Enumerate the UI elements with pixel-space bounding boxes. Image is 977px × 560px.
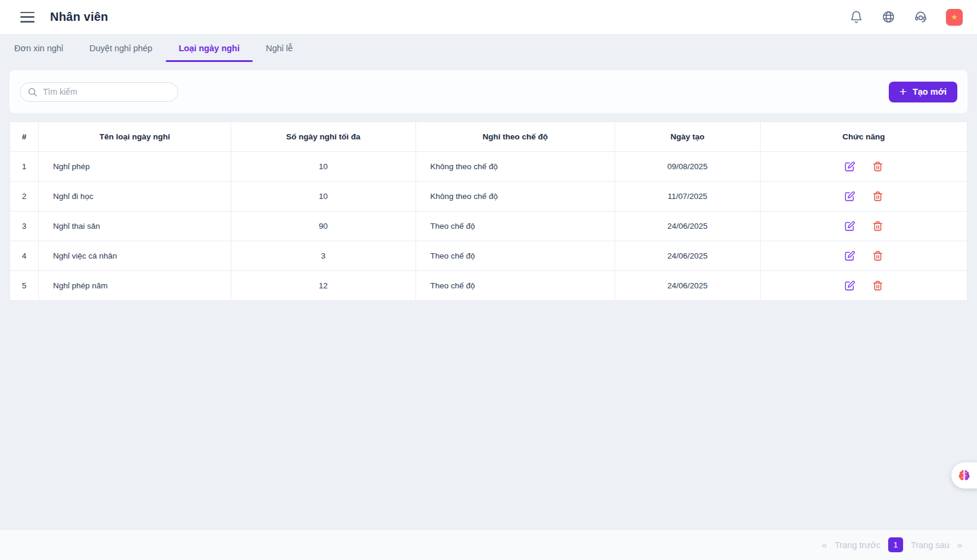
cell-name: Nghỉ việc cá nhân: [39, 241, 231, 271]
brain-icon: [956, 468, 972, 484]
cell-created: 24/06/2025: [615, 211, 760, 241]
leave-types-table: # Tên loại ngày nghỉ Số ngày nghỉ tối đa…: [10, 122, 967, 301]
notification-bell-icon[interactable]: [849, 10, 863, 24]
cell-name: Nghỉ đi học: [39, 182, 231, 211]
cell-index: 1: [10, 152, 39, 182]
cell-index: 3: [10, 211, 39, 241]
table-row: 4 Nghỉ việc cá nhân 3 Theo chế độ 24/06/…: [10, 241, 967, 271]
cell-name: Nghỉ phép: [39, 152, 231, 182]
current-page-badge[interactable]: 1: [888, 537, 903, 552]
header-actions: ★: [849, 9, 963, 26]
cell-index: 5: [10, 271, 39, 301]
support-headset-icon[interactable]: [914, 10, 928, 24]
delete-trash-icon[interactable]: [872, 250, 883, 262]
cell-regime: Không theo chế độ: [415, 152, 615, 182]
tab-nghi-le[interactable]: Nghỉ lễ: [253, 34, 306, 62]
cell-maxdays: 10: [231, 182, 415, 211]
cell-created: 11/07/2025: [615, 182, 760, 211]
cell-created: 09/08/2025: [615, 152, 760, 182]
delete-trash-icon[interactable]: [872, 220, 883, 232]
edit-icon[interactable]: [844, 161, 855, 172]
search-icon: [27, 87, 38, 97]
edit-icon[interactable]: [844, 220, 855, 232]
prev-page-link[interactable]: Trang trước: [835, 540, 880, 550]
table-row: 3 Nghỉ thai sản 90 Theo chế độ 24/06/202…: [10, 211, 967, 241]
create-new-label: Tạo mới: [913, 87, 947, 97]
table-row: 2 Nghỉ đi học 10 Không theo chế độ 11/07…: [10, 182, 967, 211]
next-page-link[interactable]: Trang sau: [911, 540, 950, 550]
col-header-created: Ngày tạo: [615, 122, 760, 152]
tab-duyet-nghi-phep[interactable]: Duyệt nghỉ phép: [76, 34, 166, 62]
plus-icon: +: [900, 85, 907, 98]
language-globe-icon[interactable]: [882, 10, 895, 24]
cell-created: 24/06/2025: [615, 241, 760, 271]
cell-created: 24/06/2025: [615, 271, 760, 301]
flag-star-icon: ★: [951, 13, 958, 21]
cell-name: Nghỉ phép năm: [39, 271, 231, 301]
table-row: 5 Nghỉ phép năm 12 Theo chế độ 24/06/202…: [10, 271, 967, 301]
cell-regime: Theo chế độ: [415, 241, 615, 271]
cell-maxdays: 12: [231, 271, 415, 301]
language-flag-vietnam[interactable]: ★: [946, 9, 963, 26]
toolbar-card: + Tạo mới: [10, 70, 967, 113]
edit-icon[interactable]: [844, 250, 855, 262]
delete-trash-icon[interactable]: [872, 280, 883, 291]
search-box[interactable]: [20, 82, 178, 102]
pagination: « Trang trước 1 Trang sau »: [822, 537, 962, 552]
col-header-actions: Chức năng: [760, 122, 967, 152]
cell-index: 4: [10, 241, 39, 271]
create-new-button[interactable]: + Tạo mới: [889, 82, 957, 102]
cell-regime: Theo chế độ: [415, 211, 615, 241]
delete-trash-icon[interactable]: [872, 191, 883, 202]
tab-bar: Đơn xin nghỉ Duyệt nghỉ phép Loại ngày n…: [0, 34, 977, 62]
cell-maxdays: 90: [231, 211, 415, 241]
cell-regime: Theo chế độ: [415, 271, 615, 301]
edit-icon[interactable]: [844, 280, 855, 291]
ai-assistant-fab[interactable]: [951, 462, 977, 489]
prev-page-arrow-icon[interactable]: «: [822, 540, 827, 550]
col-header-maxdays: Số ngày nghỉ tối đa: [231, 122, 415, 152]
page-title: Nhân viên: [50, 10, 108, 24]
app-header: Nhân viên ★: [0, 0, 977, 34]
search-input[interactable]: [43, 87, 170, 97]
col-header-regime: Nghỉ theo chế độ: [415, 122, 615, 152]
cell-index: 2: [10, 182, 39, 211]
hamburger-menu-icon[interactable]: [20, 12, 35, 23]
tab-don-xin-nghi[interactable]: Đơn xin nghỉ: [1, 34, 76, 62]
table-header-row: # Tên loại ngày nghỉ Số ngày nghỉ tối đa…: [10, 122, 967, 152]
footer-bar: « Trang trước 1 Trang sau »: [0, 529, 977, 560]
edit-icon[interactable]: [844, 191, 855, 202]
cell-maxdays: 10: [231, 152, 415, 182]
cell-maxdays: 3: [231, 241, 415, 271]
table-row: 1 Nghỉ phép 10 Không theo chế độ 09/08/2…: [10, 152, 967, 182]
col-header-index: #: [10, 122, 39, 152]
tab-loai-ngay-nghi[interactable]: Loại ngày nghỉ: [166, 34, 253, 62]
cell-regime: Không theo chế độ: [415, 182, 615, 211]
cell-name: Nghỉ thai sản: [39, 211, 231, 241]
delete-trash-icon[interactable]: [872, 161, 883, 172]
col-header-name: Tên loại ngày nghỉ: [39, 122, 231, 152]
next-page-arrow-icon[interactable]: »: [957, 540, 962, 550]
